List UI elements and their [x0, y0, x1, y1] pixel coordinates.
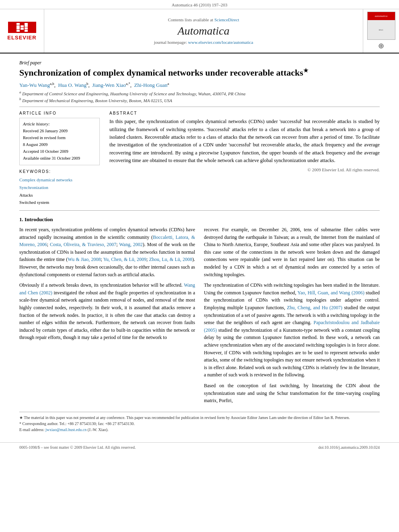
- journal-citation: Automatica 46 (2010) 197–203: [0, 0, 399, 9]
- body-col-right: recover. For example, on December 26, 20…: [204, 226, 380, 408]
- automatica-logo-image: automatica IFAC: [367, 12, 395, 40]
- abstract-text: In this paper, the synchronization of co…: [109, 118, 380, 164]
- divider-after-affiliations: [19, 107, 380, 107]
- affiliation-b: b Department of Mechanical Engineering, …: [19, 97, 380, 103]
- elsevier-wordmark: ELSEVIER: [7, 35, 36, 41]
- sciencedirect-link: Contents lists available at ScienceDirec…: [168, 17, 239, 22]
- footnote-2: * Corresponding author. Tel.: +86 27 875…: [19, 421, 380, 427]
- received-date: Received 26 January 2009: [23, 128, 96, 135]
- author-jiang-wen-xiao[interactable]: Jiang-Wen Xiao: [92, 82, 126, 88]
- copyright-line: © 2009 Elsevier Ltd. All rights reserved…: [109, 167, 380, 172]
- article-info-col: ARTICLE INFO Article history: Received 2…: [19, 111, 100, 206]
- journal-center-info: Contents lists available at ScienceDirec…: [44, 9, 363, 53]
- body-para-5: Based on the conception of fast switchin…: [204, 382, 380, 405]
- keywords-section: Keywords: Complex dynamical networks Syn…: [19, 169, 100, 206]
- info-abstract-section: ARTICLE INFO Article history: Received 2…: [19, 111, 380, 206]
- journal-header: ELSEVIER Contents lists available at Sci…: [0, 9, 399, 53]
- email-link[interactable]: jwxiao@mail.hust.edu.cn: [45, 427, 86, 432]
- body-col-left: In recent years, synchronization problem…: [19, 226, 195, 408]
- article-info-heading: ARTICLE INFO: [19, 111, 100, 115]
- article-category: Brief paper: [19, 60, 380, 66]
- author-yan-wu-wang[interactable]: Yan-Wu Wang: [19, 82, 50, 88]
- affiliation-a: a Department of Control Science and Engi…: [19, 90, 380, 96]
- divider-body: [19, 210, 380, 211]
- accepted-date: Accepted 10 October 2009: [23, 148, 96, 155]
- elsevier-logo: ELSEVIER: [0, 9, 44, 53]
- automatica-logo-box: automatica IFAC ⊕: [363, 9, 399, 53]
- ref-zhu-cheng[interactable]: Zhu, Cheng, and Hu (2007): [287, 305, 342, 310]
- body-para-2: Obviously if a network breaks down, its …: [19, 281, 195, 341]
- body-para-4: The synchronization of CDNs with switchi…: [204, 281, 380, 379]
- bottom-doi: doi:10.1016/j.automatica.2009.10.024: [319, 445, 380, 450]
- author-zhi-hong-guan[interactable]: Zhi-Hong Guan: [134, 82, 168, 88]
- article-title: Synchronization of complex dynamical net…: [19, 68, 380, 78]
- bottom-issn: 0005-1098/$ – see front matter © 2009 El…: [19, 445, 136, 450]
- journal-name: Automatica: [177, 25, 229, 37]
- body-two-col: In recent years, synchronization problem…: [19, 226, 380, 408]
- ref-costa[interactable]: Costa, Oliveira, & Travieso, 2007: [50, 242, 116, 247]
- article-history-title: Article history:: [23, 121, 96, 126]
- bottom-bar: 0005-1098/$ – see front matter © 2009 El…: [0, 442, 399, 452]
- keyword-cdn[interactable]: Complex dynamical networks: [19, 176, 100, 184]
- ref-yao-hill[interactable]: Yao, Hill, Guan, and Wang (2006): [297, 290, 364, 296]
- elsevier-brand-mark: [8, 22, 36, 33]
- abstract-heading: ABSTRACT: [109, 111, 380, 115]
- journal-homepage-link[interactable]: www.elsevier.com/locate/automatica: [188, 40, 253, 45]
- journal-homepage: journal homepage: www.elsevier.com/locat…: [154, 40, 253, 45]
- authors-line: Yan-Wu Wanga,b, Hua O. Wangb, Jiang-Wen …: [19, 82, 380, 88]
- ref-yu-chen[interactable]: Yu, Chen, & Lü, 2009: [103, 257, 146, 262]
- body-para-3: recover. For example, on December 26, 20…: [204, 226, 380, 278]
- available-date: Available online 31 October 2009: [23, 155, 96, 162]
- ref-papachristodoulou[interactable]: Papachristodoulou and Jadbabaie (2005): [204, 320, 380, 333]
- received-revised-label: Received in revised form: [23, 135, 96, 142]
- keyword-attacks: Attacks: [19, 191, 100, 199]
- ref-wang-chen[interactable]: Wang and Chen (2002): [19, 282, 195, 296]
- author-hua-wang[interactable]: Hua O. Wang: [58, 82, 86, 88]
- revised-date: 8 August 2009: [23, 142, 96, 148]
- keyword-synchronization[interactable]: Synchronization: [19, 184, 100, 191]
- article-history-box: Article history: Received 26 January 200…: [19, 118, 100, 165]
- globe-icon: ⊕: [378, 41, 384, 50]
- body-section: 1. Introduction In recent years, synchro…: [19, 216, 380, 408]
- section-1-title: 1. Introduction: [19, 216, 380, 223]
- ref-wang2002[interactable]: Wang, 2002: [119, 242, 142, 247]
- article-content: Brief paper Synchronization of complex d…: [0, 53, 399, 439]
- footnote-section: ★ The material in this paper was not pre…: [19, 412, 380, 433]
- footnote-3: E-mail address: jwxiao@mail.hust.edu.cn …: [19, 427, 380, 433]
- abstract-col: ABSTRACT In this paper, the synchronizat…: [109, 111, 380, 206]
- ref-wu-jiao[interactable]: Wu & Jiao, 2008: [68, 257, 101, 262]
- ref-zhou-lu[interactable]: Zhou, Lu, & Lü, 2008: [149, 257, 192, 262]
- footnote-1: ★ The material in this paper was not pre…: [19, 415, 380, 421]
- keywords-heading: Keywords:: [19, 169, 100, 174]
- sciencedirect-anchor[interactable]: ScienceDirect: [214, 17, 239, 22]
- keyword-switched: Switched system: [19, 199, 100, 206]
- body-para-1: In recent years, synchronization problem…: [19, 226, 195, 278]
